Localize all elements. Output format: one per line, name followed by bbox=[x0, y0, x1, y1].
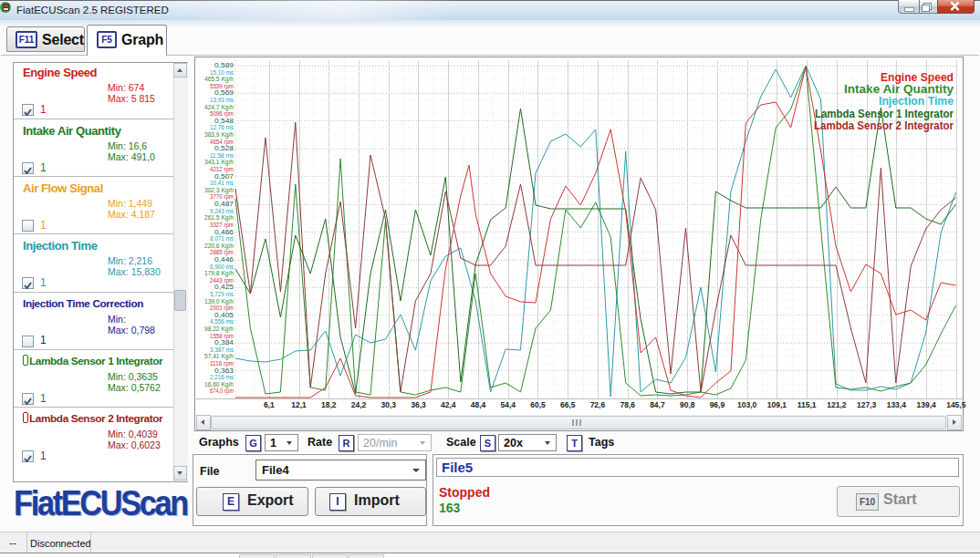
svg-text:Lambda Sensor 2 Integrator: Lambda Sensor 2 Integrator bbox=[814, 119, 954, 132]
svg-text:Engine Speed: Engine Speed bbox=[881, 71, 954, 84]
svg-text:115,1: 115,1 bbox=[798, 400, 817, 409]
svg-text:66,5: 66,5 bbox=[560, 400, 576, 409]
svg-text:48,4: 48,4 bbox=[471, 400, 486, 409]
svg-text:72,6: 72,6 bbox=[590, 400, 606, 409]
svg-text:121,2: 121,2 bbox=[827, 400, 847, 409]
svg-text:Injection Time: Injection Time bbox=[879, 95, 954, 108]
svg-text:103,0: 103,0 bbox=[737, 400, 757, 409]
svg-text:127,3: 127,3 bbox=[857, 400, 877, 409]
svg-text:78,6: 78,6 bbox=[620, 400, 635, 409]
svg-text:24,2: 24,2 bbox=[351, 400, 367, 409]
svg-text:36,3: 36,3 bbox=[411, 400, 426, 409]
svg-text:18,2: 18,2 bbox=[321, 400, 337, 409]
svg-text:30,3: 30,3 bbox=[381, 400, 397, 409]
svg-text:133,4: 133,4 bbox=[887, 400, 907, 409]
svg-text:145,5: 145,5 bbox=[946, 400, 966, 409]
svg-text:139,4: 139,4 bbox=[916, 400, 936, 409]
svg-text:54,4: 54,4 bbox=[500, 400, 516, 409]
svg-text:96,9: 96,9 bbox=[710, 400, 725, 409]
svg-text:6,1: 6,1 bbox=[264, 400, 275, 409]
svg-text:12,1: 12,1 bbox=[291, 400, 307, 409]
svg-text:42,4: 42,4 bbox=[441, 400, 456, 409]
svg-text:674,0 rpm: 674,0 rpm bbox=[210, 387, 234, 395]
svg-text:90,8: 90,8 bbox=[680, 400, 695, 409]
svg-text:Lambda Sensor 1 Integrator: Lambda Sensor 1 Integrator bbox=[815, 108, 954, 120]
svg-text:84,7: 84,7 bbox=[650, 400, 665, 409]
svg-text:60,5: 60,5 bbox=[530, 400, 546, 409]
svg-text:Intake Air Quantity: Intake Air Quantity bbox=[844, 83, 954, 96]
svg-text:109,1: 109,1 bbox=[767, 400, 787, 409]
